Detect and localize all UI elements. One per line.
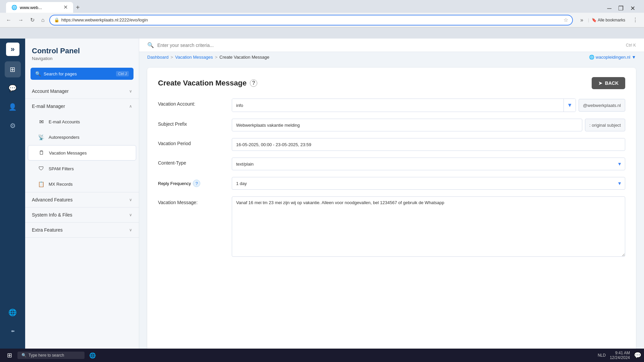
reply-frequency-row: Reply Frequency ? 1 day 2 days 3 days 7 …	[158, 177, 625, 190]
forward-nav-btn[interactable]: →	[16, 16, 25, 24]
email-accounts-icon: ✉	[37, 118, 45, 126]
advanced-features-section: Advanced Features ∨	[25, 192, 139, 207]
breadcrumb-sep-2: >	[215, 55, 218, 60]
spam-filters-label: SPAM Filters	[49, 166, 74, 171]
window-close-btn[interactable]: ✕	[628, 4, 638, 13]
vacation-message-textarea[interactable]: Vanaf 16 mei tm 23 mei zijn wij op vakan…	[232, 196, 625, 257]
content-type-label: Content-Type	[158, 158, 232, 166]
tab-title: www.web...	[20, 5, 42, 10]
vacation-account-select-group: info ▼	[232, 99, 576, 112]
breadcrumb-bar: Dashboard > Vacation Messages > Create V…	[139, 52, 644, 62]
sidebar-item-vacation-messages[interactable]: 🗒 Vacation Messages	[28, 145, 136, 161]
taskbar-chat-icon[interactable]: 💬	[634, 352, 641, 359]
reply-frequency-help-icon[interactable]: ?	[193, 180, 200, 187]
taskbar-search[interactable]: 🔍 Type here to search	[17, 352, 85, 359]
subject-prefix-input[interactable]	[232, 119, 582, 131]
back-label: BACK	[605, 80, 619, 86]
mx-records-label: MX Records	[49, 182, 73, 187]
sidebar-item-spam-filters[interactable]: 🛡 SPAM Filters	[28, 161, 136, 176]
back-button[interactable]: ➤ BACK	[592, 77, 625, 89]
search-icon: 🔍	[35, 71, 41, 76]
nav-lang[interactable]: ⬅	[5, 323, 21, 339]
system-info-header[interactable]: System Info & Files ∨	[25, 207, 139, 222]
nav-user[interactable]: 👤	[5, 99, 21, 115]
refresh-btn[interactable]: ↻	[28, 15, 37, 24]
top-search-input[interactable]	[157, 43, 623, 48]
autoresponders-icon: 📡	[37, 133, 45, 141]
top-search-bar: 🔍 Ctrl K	[139, 39, 644, 52]
vacation-account-suffix: @webwerkplaats.nl	[579, 99, 625, 112]
taskbar-search-text: Type here to search	[29, 353, 64, 358]
sidebar-subtitle: Navigation	[32, 56, 132, 61]
email-accounts-label: E-mail Accounts	[49, 119, 80, 124]
back-nav-btn[interactable]: ←	[4, 16, 13, 24]
vacation-period-input[interactable]	[232, 138, 625, 151]
nav-settings[interactable]: ⚙	[5, 118, 21, 134]
domain-name: wacopleidingen.nl	[596, 55, 630, 60]
email-manager-label: E-mail Manager	[32, 104, 65, 109]
content-type-controls: text/plain text/html ▼	[232, 158, 625, 170]
reply-frequency-label-group: Reply Frequency ?	[158, 177, 232, 187]
advanced-features-chevron: ∨	[129, 197, 132, 202]
tab-favicon: 🌐	[11, 5, 17, 10]
menu-btn[interactable]: ⋮	[631, 15, 640, 24]
url-text: https://www.webwerkplaats.nl:2222/evo/lo…	[61, 17, 561, 22]
advanced-features-header[interactable]: Advanced Features ∨	[25, 192, 139, 207]
sidebar-item-autoresponders[interactable]: 📡 Autoresponders	[28, 130, 136, 144]
security-icon: 🔒	[54, 17, 59, 22]
address-bar[interactable]: 🔒 https://www.webwerkplaats.nl:2222/evo/…	[49, 15, 573, 25]
breadcrumb-home[interactable]: Dashboard	[147, 55, 169, 60]
sidebar-item-email-accounts[interactable]: ✉ E-mail Accounts	[28, 114, 136, 129]
form-header: Create Vacation Message ? ➤ BACK	[158, 77, 625, 89]
bookmark-star[interactable]: ☆	[564, 17, 568, 23]
email-manager-header[interactable]: E-mail Manager ∧	[25, 99, 139, 114]
app-logo[interactable]: »	[6, 43, 19, 56]
tab-close-btn[interactable]: ✕	[63, 5, 68, 10]
top-search-icon: 🔍	[147, 42, 154, 48]
new-tab-button[interactable]: +	[73, 2, 83, 13]
active-tab[interactable]: 🌐 www.web... ✕	[6, 2, 73, 13]
domain-dropdown-icon: ▼	[632, 55, 636, 60]
vacation-account-select[interactable]: info	[232, 99, 564, 112]
autoresponders-label: Autoresponders	[49, 135, 79, 140]
nav-globe[interactable]: 🌐	[5, 304, 21, 320]
domain-selector[interactable]: 🌐 wacopleidingen.nl ▼	[589, 55, 636, 60]
search-shortcut-label: Ctrl K	[626, 43, 636, 48]
taskbar-lang: NLD	[598, 353, 606, 358]
sidebar-item-mx-records[interactable]: 📋 MX Records	[28, 177, 136, 191]
vacation-account-row: Vacation Account: info ▼ @webwerkplaats.…	[158, 99, 625, 112]
taskbar-date-value: 12/24/2024	[610, 355, 630, 360]
subject-prefix-row: Subject Prefix : original subject	[158, 119, 625, 131]
tabs-btn[interactable]: »	[578, 16, 585, 24]
account-manager-header[interactable]: Account Manager ∨	[25, 84, 139, 99]
sidebar-search-button[interactable]: 🔍 Search for pages Ctrl J	[31, 68, 133, 80]
subject-prefix-label: Subject Prefix	[158, 119, 232, 127]
mx-records-icon: 📋	[37, 180, 45, 188]
vacation-period-label: Vacation Period	[158, 138, 232, 146]
email-manager-items: ✉ E-mail Accounts 📡 Autoresponders 🗒 Vac…	[25, 114, 139, 191]
nav-grid[interactable]: ⊞	[5, 61, 21, 77]
window-restore-btn[interactable]: ❐	[615, 4, 626, 13]
reply-frequency-select[interactable]: 1 day 2 days 3 days 7 days	[232, 177, 625, 190]
breadcrumb-parent[interactable]: Vacation Messages	[175, 55, 213, 60]
start-button[interactable]: ⊞	[3, 350, 16, 361]
vacation-account-controls: info ▼ @webwerkplaats.nl	[232, 99, 625, 112]
breadcrumb-current: Create Vacation Message	[219, 55, 269, 60]
breadcrumb: Dashboard > Vacation Messages > Create V…	[147, 55, 269, 60]
vacation-period-row: Vacation Period	[158, 138, 625, 151]
extra-features-header[interactable]: Extra Features ∨	[25, 223, 139, 237]
account-manager-chevron: ∨	[129, 89, 132, 94]
help-circle-icon[interactable]: ?	[250, 79, 257, 87]
extra-features-section: Extra Features ∨	[25, 223, 139, 238]
sidebar-header: Control Panel Navigation	[25, 39, 139, 64]
account-manager-label: Account Manager	[32, 88, 69, 94]
content-type-select[interactable]: text/plain text/html	[232, 158, 625, 170]
home-btn[interactable]: ⌂	[39, 16, 47, 24]
nav-chat[interactable]: 💬	[5, 80, 21, 96]
back-arrow-icon: ➤	[598, 80, 602, 86]
vacation-account-dropdown-btn[interactable]: ▼	[564, 99, 576, 112]
taskbar-browser-app[interactable]: 🌐	[86, 350, 99, 361]
reply-frequency-label: Reply Frequency	[158, 181, 191, 186]
window-minimize-btn[interactable]: ─	[604, 4, 614, 13]
vacation-message-row: Vacation Message: Vanaf 16 mei tm 23 mei…	[158, 196, 625, 257]
